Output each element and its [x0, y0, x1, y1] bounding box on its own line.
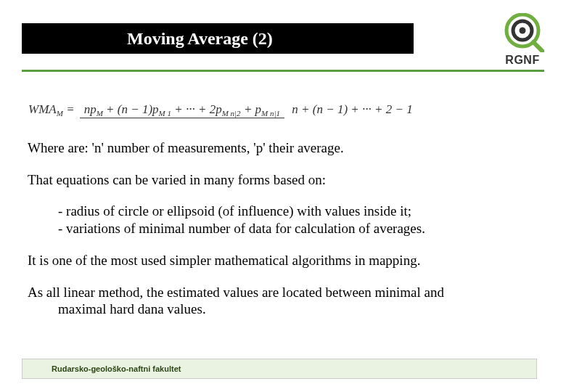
slide-content: WMAM = npM + (n − 1)pM 1 + ··· + 2pM n|2…	[28, 87, 538, 318]
bullet-radius: - radius of circle or ellipsoid (of infl…	[28, 203, 538, 220]
svg-point-2	[520, 28, 526, 34]
title-bar: Moving Average (2)	[22, 23, 414, 54]
paragraph-linear-2: maximal hard dana values.	[28, 301, 538, 318]
formula-denominator: n + (n − 1) + ··· + 2 − 1	[287, 101, 417, 116]
paragraph-usage: It is one of the most used simpler mathe…	[28, 252, 538, 269]
slide-title: Moving Average (2)	[127, 29, 273, 49]
paragraph-linear-1: As all linear method, the estimated valu…	[28, 284, 538, 301]
formula-lhs: WMAM =	[28, 102, 75, 116]
paragraph-variations-intro: That equations can be varied in many for…	[28, 171, 538, 189]
slide-header: Moving Average (2) RGNF	[0, 0, 566, 69]
logo: RGNF	[501, 13, 544, 67]
logo-label: RGNF	[501, 54, 544, 67]
divider-line	[22, 70, 544, 72]
footer-text: Rudarsko-geološko-naftni fakultet	[52, 364, 181, 373]
wma-formula: WMAM = npM + (n − 1)pM 1 + ··· + 2pM n|2…	[28, 102, 538, 119]
rgnf-logo-icon	[501, 13, 544, 52]
body-text: Where are: 'n' number of measurements, '…	[28, 139, 538, 318]
slide-footer: Rudarsko-geološko-naftni fakultet	[22, 359, 537, 379]
bullet-variations: - variations of minimal number of data f…	[28, 220, 538, 237]
formula-numerator: npM + (n − 1)pM 1 + ··· + 2pM n|2 + pM n…	[80, 102, 284, 118]
paragraph-where: Where are: 'n' number of measurements, '…	[28, 139, 538, 157]
